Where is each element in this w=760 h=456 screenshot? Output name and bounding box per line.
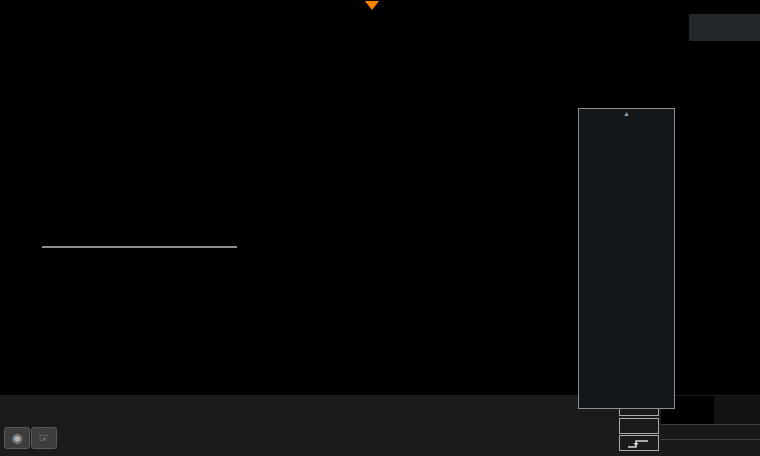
scroll-up-icon[interactable]: ▲ xyxy=(579,109,674,119)
trigger-level-value[interactable] xyxy=(619,418,659,434)
rising-edge-icon[interactable] xyxy=(619,435,659,451)
sidebar-title-power[interactable] xyxy=(689,14,760,41)
acquisition-mode-row xyxy=(661,439,760,454)
horizontal-position-box[interactable] xyxy=(714,396,760,424)
sidebar-menu xyxy=(689,0,760,395)
pointer-mode-icon[interactable]: ☞ xyxy=(31,427,57,449)
function-dropdown: ▲ xyxy=(578,108,675,409)
measurement-table[interactable] xyxy=(42,246,237,248)
acquisition-window-row xyxy=(661,424,760,439)
oscilloscope-screen: ▲ ◉ ☞ xyxy=(0,0,760,456)
trigger-position-marker[interactable] xyxy=(365,1,379,10)
touch-mode-icon[interactable]: ◉ xyxy=(4,427,30,449)
